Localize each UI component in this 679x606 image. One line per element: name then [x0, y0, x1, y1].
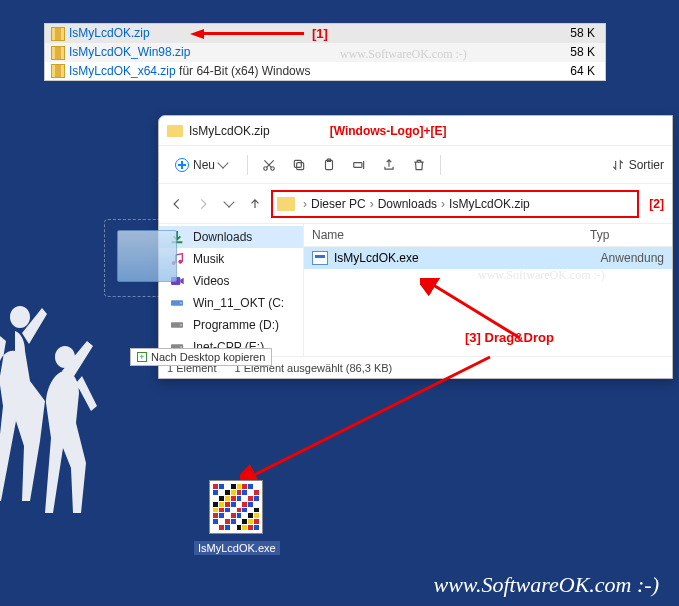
- watermark: www.SoftwareOK.com :-): [340, 47, 467, 62]
- new-label: Neu: [193, 158, 215, 172]
- svg-point-11: [180, 302, 181, 303]
- sidebar-item-label: Musik: [193, 252, 224, 266]
- annotation-2-label: [2]: [649, 197, 664, 211]
- sidebar-item-label: Win_11_OKT (C:: [193, 296, 284, 310]
- sort-label: Sortier: [629, 158, 664, 172]
- exe-icon: [312, 251, 328, 265]
- titlebar[interactable]: IsMyLcdOK.zip [Windows-Logo]+[E]: [159, 116, 672, 146]
- svg-point-13: [180, 324, 181, 325]
- sidebar-item-drive-d[interactable]: Programme (D:): [159, 314, 303, 336]
- breadcrumb-zip[interactable]: IsMyLcdOK.zip: [449, 197, 530, 211]
- window-title: IsMyLcdOK.zip: [189, 124, 270, 138]
- svg-rect-6: [354, 162, 362, 167]
- arrow-shaft: [204, 32, 304, 35]
- arrow-icon: [420, 278, 540, 348]
- arrow-left-icon: [190, 29, 204, 39]
- chevron-right-icon: ›: [370, 197, 374, 211]
- up-button[interactable]: [245, 194, 265, 214]
- sidebar-item-label: Videos: [193, 274, 229, 288]
- col-name[interactable]: Name: [304, 224, 582, 246]
- app-icon: [209, 480, 263, 534]
- paste-icon[interactable]: [320, 156, 338, 174]
- drag-preview: [117, 230, 177, 282]
- folder-icon: [277, 197, 295, 211]
- explorer-window: IsMyLcdOK.zip [Windows-Logo]+[E] Neu Sor…: [158, 115, 673, 379]
- file-type: Anwendung: [601, 251, 664, 265]
- dancers-silhouette: [0, 286, 120, 546]
- forward-button[interactable]: [193, 194, 213, 214]
- plus-icon: +: [137, 352, 147, 362]
- chevron-right-icon: ›: [441, 197, 445, 211]
- svg-rect-3: [294, 160, 301, 167]
- separator: [247, 155, 248, 175]
- download-link[interactable]: IsMyLcdOK_x64.zip: [69, 64, 176, 78]
- download-link[interactable]: IsMyLcdOK.zip: [69, 26, 150, 40]
- zip-icon: [51, 27, 65, 41]
- back-button[interactable]: [167, 194, 187, 214]
- drive-icon: [169, 317, 185, 333]
- chevron-down-icon: [217, 157, 228, 168]
- plus-icon: [175, 158, 189, 172]
- drive-icon: [169, 295, 185, 311]
- new-button[interactable]: Neu: [167, 154, 235, 176]
- breadcrumb-downloads[interactable]: Downloads: [378, 197, 437, 211]
- desktop-icon[interactable]: IsMyLcdOK.exe: [194, 480, 278, 556]
- sidebar-item-label: Programme (D:): [193, 318, 279, 332]
- download-size: 64 K: [532, 62, 605, 81]
- breadcrumb-pc[interactable]: Dieser PC: [311, 197, 366, 211]
- chevron-down-icon: [223, 196, 234, 207]
- breadcrumb[interactable]: › Dieser PC › Downloads › IsMyLcdOK.zip: [271, 190, 639, 218]
- sort-button[interactable]: Sortier: [611, 158, 664, 172]
- separator: [440, 155, 441, 175]
- hotkey-annotation: [Windows-Logo]+[E]: [330, 124, 447, 138]
- copy-icon[interactable]: [290, 156, 308, 174]
- file-name: IsMyLcdOK.exe: [334, 251, 419, 265]
- cut-icon[interactable]: [260, 156, 278, 174]
- arrow-icon: [240, 352, 500, 492]
- annotation-1: [1]: [190, 26, 328, 41]
- desktop-icon-label: IsMyLcdOK.exe: [194, 541, 280, 555]
- folder-icon: [167, 125, 183, 137]
- col-type[interactable]: Typ: [582, 224, 672, 246]
- download-link[interactable]: IsMyLcdOK_Win98.zip: [69, 45, 190, 59]
- watermark-large: www.SoftwareOK.com :-): [434, 572, 660, 598]
- file-row[interactable]: IsMyLcdOK.exe Anwendung: [304, 247, 672, 269]
- recent-button[interactable]: [219, 194, 239, 214]
- download-size: 58 K: [532, 24, 605, 43]
- address-row: › Dieser PC › Downloads › IsMyLcdOK.zip …: [159, 184, 672, 224]
- toolbar: Neu Sortier: [159, 146, 672, 184]
- column-headers[interactable]: Name Typ: [304, 224, 672, 247]
- delete-icon[interactable]: [410, 156, 428, 174]
- sidebar-item-label: Downloads: [193, 230, 252, 244]
- zip-icon: [51, 46, 65, 60]
- svg-rect-2: [297, 162, 304, 169]
- zip-icon: [51, 64, 65, 78]
- download-size: 58 K: [532, 43, 605, 62]
- share-icon[interactable]: [380, 156, 398, 174]
- annotation-1-label: [1]: [312, 26, 328, 41]
- rename-icon[interactable]: [350, 156, 368, 174]
- chevron-right-icon: ›: [303, 197, 307, 211]
- download-extra: für 64-Bit (x64) Windows: [179, 64, 310, 78]
